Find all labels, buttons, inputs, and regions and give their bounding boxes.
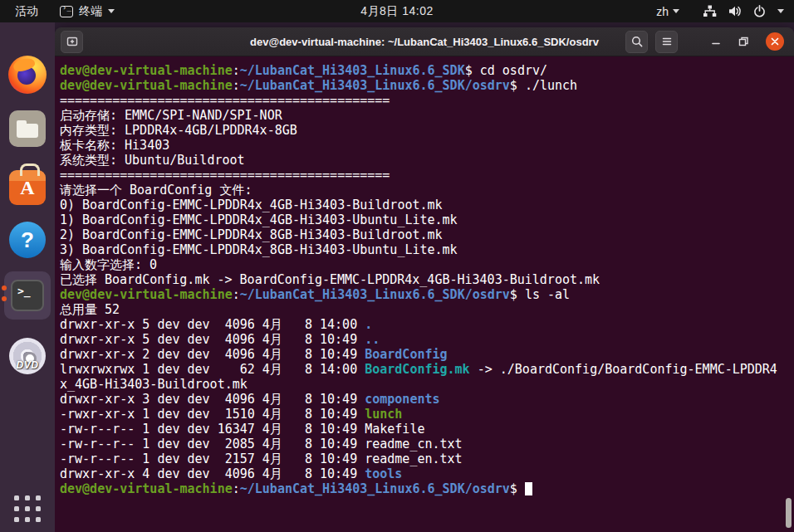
chevron-down-icon <box>108 9 115 13</box>
terminal-viewport[interactable]: dev@dev-virtual-machine:~/LubanCat_Hi340… <box>55 56 794 532</box>
dock-item-dvd[interactable]: DVD <box>9 338 46 374</box>
terminal-line: 总用量 52 <box>60 302 794 317</box>
clock[interactable]: 4月8日 14:02 <box>360 0 434 22</box>
restore-icon <box>737 35 750 48</box>
restore-button[interactable] <box>733 32 753 51</box>
terminal-cursor <box>525 482 532 495</box>
terminal-window: dev@dev-virtual-machine: ~/LubanCat_Hi34… <box>55 27 794 532</box>
dock-item-ubuntu-software[interactable]: A <box>9 165 46 205</box>
terminal-line: 系统类型: Ubuntu/Buildroot <box>60 153 794 168</box>
terminal-line: dev@dev-virtual-machine:~/LubanCat_Hi340… <box>60 63 794 78</box>
show-applications-button[interactable] <box>14 495 41 522</box>
terminal-line: lrwxrwxrwx 1 dev dev 62 4月 8 14:00 Board… <box>60 362 794 377</box>
network-icon <box>703 4 717 18</box>
dvd-label: DVD <box>17 359 39 371</box>
terminal-line: 输入数字选择: 0 <box>60 257 794 272</box>
terminal-line: x_4GB-Hi3403-Buildroot.mk <box>60 377 794 392</box>
dock-item-terminal-active[interactable]: >_ <box>4 271 51 320</box>
scrollbar-thumb[interactable] <box>786 498 792 528</box>
terminal-line: 2) BoardConfig-EMMC-LPDDR4x_8GB-Hi3403-B… <box>60 227 794 242</box>
terminal-line: 已选择 BoardConfig.mk -> BoardConfig-EMMC-L… <box>60 272 794 287</box>
help-question-glyph: ? <box>21 227 34 253</box>
volume-icon <box>728 4 742 18</box>
window-titlebar[interactable]: dev@dev-virtual-machine: ~/LubanCat_Hi34… <box>55 27 794 56</box>
terminal-line: 板卡名称: Hi3403 <box>60 138 794 153</box>
dock-item-help[interactable]: ? <box>9 222 46 258</box>
terminal-line: 3) BoardConfig-EMMC-LPDDR4x_8GB-Hi3403-U… <box>60 242 794 257</box>
running-window-dot <box>2 296 7 301</box>
system-status-area[interactable] <box>703 4 784 18</box>
terminal-line: drwxr-xr-x 4 dev dev 4096 4月 8 10:49 too… <box>60 466 794 481</box>
app-indicator-label: 终端 <box>79 4 102 19</box>
terminal-line: 内存类型: LPDDR4x-4GB/LPDDR4x-8GB <box>60 123 794 138</box>
terminal-output: dev@dev-virtual-machine:~/LubanCat_Hi340… <box>60 63 794 496</box>
menu-button[interactable] <box>655 31 678 53</box>
software-a-glyph: A <box>20 178 34 198</box>
dvd-icon: DVD <box>9 338 46 374</box>
close-button[interactable] <box>766 32 784 51</box>
chevron-down-icon <box>673 9 679 13</box>
window-title: dev@dev-virtual-machine: ~/LubanCat_Hi34… <box>250 27 599 56</box>
terminal-app-icon <box>60 6 73 17</box>
terminal-line: ========================================… <box>60 93 794 108</box>
close-icon <box>770 37 780 46</box>
terminal-icon: >_ <box>11 280 44 311</box>
files-icon <box>9 110 46 147</box>
dock: A ? >_ DVD <box>0 22 55 532</box>
language-indicator[interactable]: zh <box>656 5 679 18</box>
terminal-active-tile: >_ <box>4 271 51 320</box>
new-tab-button[interactable] <box>61 31 83 53</box>
terminal-window-dots <box>2 286 7 301</box>
search-icon <box>630 35 644 48</box>
terminal-line: -rw-r--r-- 1 dev dev 16347 4月 8 10:49 Ma… <box>60 422 794 437</box>
app-indicator-terminal[interactable]: 终端 <box>60 4 115 19</box>
terminal-line: 1) BoardConfig-EMMC-LPDDR4x_4GB-Hi3403-U… <box>60 212 794 227</box>
search-button[interactable] <box>625 31 648 53</box>
activities-button[interactable]: 活动 <box>15 4 38 19</box>
terminal-line: drwxr-xr-x 5 dev dev 4096 4月 8 14:00 . <box>60 317 794 332</box>
terminal-line: dev@dev-virtual-machine:~/LubanCat_Hi340… <box>60 481 794 496</box>
firefox-icon <box>8 56 47 94</box>
terminal-line: 0) BoardConfig-EMMC-LPDDR4x_4GB-Hi3403-B… <box>60 198 794 212</box>
terminal-line: -rwxr-xr-x 1 dev dev 1510 4月 8 10:49 lun… <box>60 407 794 422</box>
minimize-icon <box>709 35 723 48</box>
terminal-line: ========================================… <box>60 168 794 183</box>
chevron-down-icon <box>777 9 784 13</box>
terminal-line: 启动存储: EMMC/SPI-NAND/SPI-NOR <box>60 108 794 123</box>
terminal-line: drwxr-xr-x 3 dev dev 4096 4月 8 10:49 com… <box>60 392 794 407</box>
terminal-line: dev@dev-virtual-machine:~/LubanCat_Hi340… <box>60 287 794 302</box>
terminal-line: -rw-r--r-- 1 dev dev 2085 4月 8 10:49 rea… <box>60 437 794 451</box>
minimize-button[interactable] <box>706 32 726 51</box>
dock-item-files[interactable] <box>9 110 46 147</box>
terminal-line: drwxr-xr-x 2 dev dev 4096 4月 8 10:49 Boa… <box>60 347 794 362</box>
help-icon: ? <box>9 222 46 258</box>
new-tab-icon <box>66 35 79 48</box>
power-icon <box>752 4 767 18</box>
language-label: zh <box>656 5 669 18</box>
terminal-line: dev@dev-virtual-machine:~/LubanCat_Hi340… <box>60 78 794 93</box>
dock-item-firefox[interactable] <box>8 56 47 94</box>
running-window-dot <box>2 286 7 290</box>
hamburger-menu-icon <box>660 35 674 48</box>
ubuntu-software-icon: A <box>9 170 46 205</box>
terminal-line: drwxr-xr-x 5 dev dev 4096 4月 8 10:49 .. <box>60 332 794 347</box>
terminal-line: 请选择一个 BoardConfig 文件: <box>60 183 794 198</box>
terminal-line: -rw-r--r-- 1 dev dev 2157 4月 8 10:49 rea… <box>60 451 794 466</box>
top-bar: 活动 终端 4月8日 14:02 zh <box>0 0 794 22</box>
